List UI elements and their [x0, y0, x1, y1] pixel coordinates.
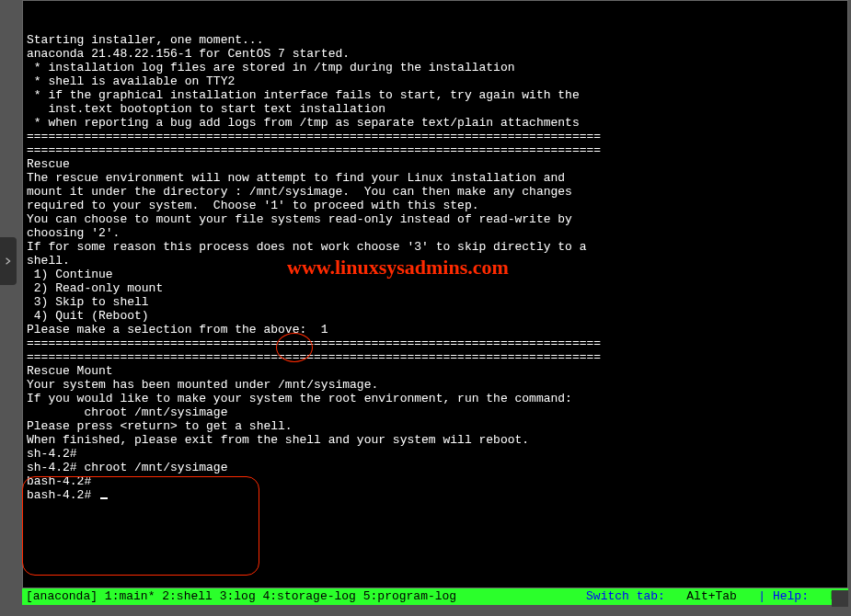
status-tab-log[interactable]: 3:log	[220, 589, 256, 603]
terminal-line: ========================================…	[27, 130, 844, 143]
terminal-line: inst.text bootoption to start text insta…	[27, 102, 844, 116]
status-tab-program-log[interactable]: 5:program-log	[363, 589, 456, 603]
terminal-line: bash-4.2#	[27, 474, 844, 488]
terminal-line: * if the graphical installation interfac…	[27, 88, 844, 102]
terminal-line: Please press <return> to get a shell.	[27, 419, 844, 433]
terminal-line: Your system has been mounted under /mnt/…	[27, 378, 844, 392]
terminal-line: If you would like to make your system th…	[27, 392, 844, 405]
status-prefix: [anaconda]	[26, 588, 105, 605]
status-tab-main[interactable]: 1:main*	[105, 589, 155, 603]
terminal-line: * when reporting a bug add logs from /tm…	[27, 116, 844, 130]
terminal-line: * shell is available on TTY2	[27, 74, 844, 88]
terminal-line: Rescue	[27, 157, 844, 171]
terminal-line: anaconda 21.48.22.156-1 for CentOS 7 sta…	[27, 47, 844, 61]
terminal-line: Starting installer, one moment...	[27, 33, 844, 47]
switch-tab-label: Switch tab:	[586, 589, 665, 603]
terminal-line: ========================================…	[27, 337, 844, 350]
terminal-line: mount it under the directory : /mnt/sysi…	[27, 185, 844, 199]
status-tab-shell[interactable]: 2:shell	[162, 589, 213, 603]
terminal-line: sh-4.2#	[27, 447, 844, 461]
status-help: Switch tab: Alt+Tab | Help: F1	[586, 588, 845, 605]
terminal-line: bash-4.2#	[27, 488, 844, 502]
help-label: | Help:	[758, 589, 809, 603]
terminal-line: chroot /mnt/sysimage	[27, 405, 844, 419]
terminal-line: ========================================…	[27, 143, 844, 157]
terminal-line: sh-4.2# chroot /mnt/sysimage	[27, 461, 844, 474]
terminal-line: ========================================…	[27, 350, 844, 364]
status-bar: [anaconda] 1:main* 2:shell 3:log 4:stora…	[22, 588, 848, 605]
scroll-corner	[832, 590, 848, 607]
terminal-line: Please make a selection from the above: …	[27, 323, 844, 337]
terminal-line: 3) Skip to shell	[27, 295, 844, 309]
terminal-line: 4) Quit (Reboot)	[27, 309, 844, 323]
terminal-window[interactable]: Starting installer, one moment...anacond…	[22, 0, 848, 588]
status-tab-storage-log[interactable]: 4:storage-log	[263, 589, 356, 603]
terminal-line: required to your system. Choose '1' to p…	[27, 199, 844, 212]
terminal-line: Rescue Mount	[27, 364, 844, 378]
terminal-line: If for some reason this process does not…	[27, 240, 844, 254]
terminal-line: * installation log files are stored in /…	[27, 61, 844, 74]
side-panel-toggle[interactable]	[0, 237, 17, 285]
terminal-line: 1) Continue	[27, 268, 844, 281]
cursor	[100, 497, 108, 499]
status-tabs: [anaconda] 1:main* 2:shell 3:log 4:stora…	[26, 588, 456, 605]
terminal-line: The rescue environment will now attempt …	[27, 171, 844, 185]
terminal-line: You can choose to mount your file system…	[27, 212, 844, 226]
terminal-line: When finished, please exit from the shel…	[27, 433, 844, 447]
switch-tab-keys: Alt+Tab	[686, 589, 737, 603]
terminal-line: shell.	[27, 254, 844, 268]
chevron-right-icon	[5, 257, 12, 265]
terminal-line: choosing '2'.	[27, 226, 844, 240]
terminal-line: 2) Read-only mount	[27, 281, 844, 295]
